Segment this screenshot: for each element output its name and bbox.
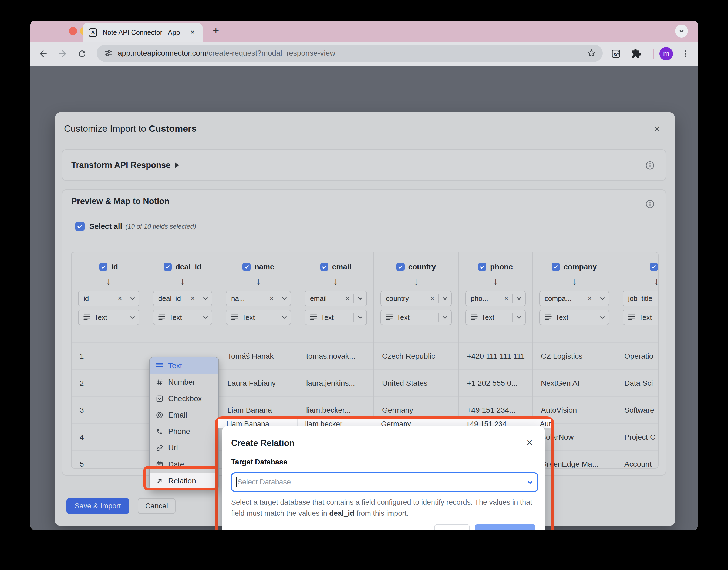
menu-item-url[interactable]: Url <box>150 440 218 456</box>
chevron-down-icon[interactable] <box>439 295 451 302</box>
menu-item-email[interactable]: Email <box>150 407 218 423</box>
relation-cancel-button[interactable]: Cancel <box>434 524 470 530</box>
chevron-down-icon[interactable] <box>278 314 291 321</box>
map-arrow-icon: ↓ <box>71 275 146 287</box>
clear-mapping-icon[interactable]: × <box>118 294 122 303</box>
column-header: phone↓pho...×Text <box>459 262 532 342</box>
chevron-down-icon <box>526 478 534 486</box>
select-chevron-button[interactable] <box>523 478 537 486</box>
mapped-field-select[interactable]: id× <box>78 291 139 306</box>
mapped-field-select[interactable]: deal_id× <box>153 291 212 306</box>
column-name: id <box>111 263 118 271</box>
column-checkbox[interactable] <box>552 263 560 271</box>
column-checkbox[interactable] <box>320 263 328 271</box>
menu-item-label: Url <box>168 444 178 452</box>
column-checkbox[interactable] <box>242 263 250 271</box>
mapped-field-select[interactable]: email× <box>305 291 367 306</box>
chevron-down-icon[interactable] <box>199 295 212 302</box>
field-type-value: Text <box>555 313 568 322</box>
column-checkbox[interactable] <box>396 263 404 271</box>
field-type-select[interactable]: Text <box>78 310 139 325</box>
chevron-down-icon[interactable] <box>596 295 609 302</box>
transform-section-header[interactable]: Transform API Response <box>71 150 179 180</box>
column-checkbox[interactable] <box>478 263 486 271</box>
identify-records-link[interactable]: a field configured to identify records <box>356 498 471 506</box>
chevron-down-icon[interactable] <box>439 314 451 321</box>
back-button[interactable] <box>37 48 49 60</box>
browser-tab[interactable]: A Note API Connector - App × <box>82 23 202 42</box>
chevron-down-icon[interactable] <box>354 295 366 302</box>
target-database-select[interactable]: Select Database <box>231 472 538 492</box>
table-cell: AutoVision <box>533 396 616 423</box>
close-icon[interactable]: × <box>654 123 660 134</box>
reload-button[interactable] <box>76 48 88 60</box>
field-type-select[interactable]: Text <box>380 310 452 325</box>
info-icon[interactable] <box>645 161 655 172</box>
browser-menu-button[interactable] <box>679 48 691 60</box>
column-checkbox[interactable] <box>164 263 172 271</box>
column-checkbox[interactable] <box>100 263 108 271</box>
field-type-select[interactable]: Text <box>226 310 291 325</box>
calendar-icon <box>155 461 164 468</box>
tab-search-chevron-button[interactable] <box>675 25 688 37</box>
mapped-field-select[interactable]: pho...× <box>465 291 526 306</box>
site-settings-icon[interactable] <box>104 49 113 58</box>
clear-mapping-icon[interactable]: × <box>504 294 509 303</box>
chevron-down-icon[interactable] <box>126 314 139 321</box>
extensions-button[interactable] <box>630 48 642 60</box>
import-cancel-button[interactable]: Cancel <box>138 498 176 514</box>
mapped-field-select[interactable]: job_title× <box>623 291 659 306</box>
table-cell: SolarNow <box>533 423 616 451</box>
menu-item-relation[interactable]: Relation <box>150 473 218 489</box>
chevron-down-icon[interactable] <box>513 314 525 321</box>
chevron-down-icon[interactable] <box>126 295 139 302</box>
mapped-field-select[interactable]: compa...× <box>539 291 609 306</box>
menu-item-text[interactable]: Text <box>150 357 218 374</box>
mapped-field-select[interactable]: na...× <box>226 291 291 306</box>
table-cell: Account <box>616 451 659 469</box>
select-all-checkbox[interactable] <box>75 222 84 231</box>
field-type-select[interactable]: Text <box>153 310 212 325</box>
column-header: company↓compa...×Text <box>533 262 616 342</box>
new-tab-button[interactable]: + <box>213 25 219 37</box>
menu-item-date[interactable]: Date <box>150 456 218 473</box>
menu-item-checkbox[interactable]: Checkbox <box>150 390 218 407</box>
chevron-down-icon[interactable] <box>354 314 366 321</box>
mapped-field-select[interactable]: country× <box>380 291 452 306</box>
forward-button[interactable] <box>57 48 68 60</box>
target-database-label: Target Database <box>231 458 287 466</box>
url-bar[interactable]: app.noteapiconnector.com/create-request?… <box>97 44 603 62</box>
preview-section-title: Preview & Map to Notion <box>71 197 169 206</box>
chevron-down-icon[interactable] <box>513 295 525 302</box>
puzzle-icon <box>631 48 642 59</box>
tab-title: Note API Connector - App <box>103 29 180 36</box>
chevron-down-icon[interactable] <box>199 314 212 321</box>
save-import-button[interactable]: Save & Import <box>66 498 129 514</box>
bookmark-star-icon[interactable] <box>586 48 596 58</box>
clear-mapping-icon[interactable]: × <box>345 294 350 303</box>
formula-extension-button[interactable]: fx <box>610 48 622 60</box>
field-type-select[interactable]: Text <box>539 310 609 325</box>
info-icon[interactable] <box>645 199 655 210</box>
profile-avatar[interactable]: m <box>660 47 673 60</box>
table-cell: +1 202 555 0... <box>459 369 532 396</box>
clear-mapping-icon[interactable]: × <box>430 294 434 303</box>
menu-item-number[interactable]: Number <box>150 374 218 390</box>
clear-mapping-icon[interactable]: × <box>269 294 274 303</box>
toolbar-divider <box>654 49 654 59</box>
field-type-select[interactable]: Text <box>623 310 659 325</box>
chevron-down-icon[interactable] <box>278 295 291 302</box>
field-type-select[interactable]: Text <box>465 310 526 325</box>
field-type-select[interactable]: Text <box>305 310 367 325</box>
table-cell: Project C <box>616 423 659 451</box>
close-icon[interactable]: × <box>527 437 533 449</box>
chevron-down-icon[interactable] <box>596 314 609 321</box>
tab-close-icon[interactable]: × <box>187 27 198 37</box>
save-relation-button[interactable]: Save Relation <box>475 524 535 530</box>
close-window-button[interactable] <box>69 27 77 35</box>
clear-mapping-icon[interactable]: × <box>191 294 195 303</box>
clear-mapping-icon[interactable]: × <box>588 294 592 303</box>
column-header: country↓country×Text <box>374 262 458 342</box>
column-checkbox[interactable] <box>650 263 658 271</box>
menu-item-phone[interactable]: Phone <box>150 423 218 440</box>
